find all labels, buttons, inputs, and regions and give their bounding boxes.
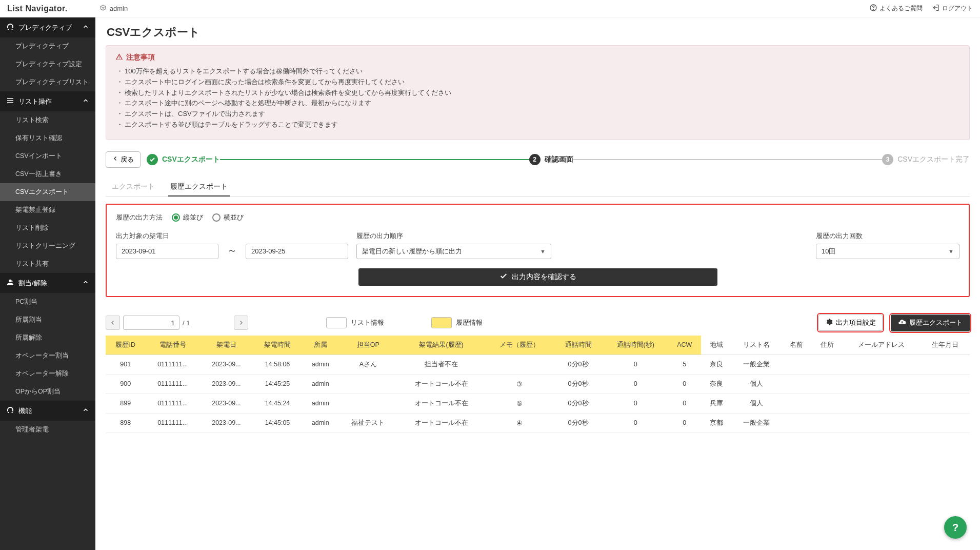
sidebar: プレディクティブプレディクティブプレディクティブ設定プレディクティブリストリスト… [0,17,95,550]
sidebar-item[interactable]: プレディクティブ [0,37,95,55]
method-label: 履歴の出力方法 [116,213,163,222]
alert-item: エクスポートする並び順はテーブルをドラッグすることで変更できます [115,120,960,130]
table-cell: 900 [106,374,145,394]
sidebar-section-header[interactable]: 機能 [0,401,95,421]
sidebar-item[interactable]: リスト削除 [0,219,95,237]
table-cell: 0111111... [145,374,200,394]
topbar: List Navigator. admin よくあるご質問 ログアウト [0,0,980,17]
radio-vertical[interactable]: 縦並び [172,213,203,222]
table-header[interactable]: 地域 [701,336,732,355]
table-row[interactable]: 8990111111...2023-09...14:45:24adminオートコ… [106,394,970,413]
table-header[interactable]: 住所 [812,336,843,355]
table-cell: 奈良 [701,374,732,394]
alert-item: エクスポートは、CSVファイルで出力されます [115,109,960,120]
table-header[interactable]: 架電時間 [253,336,303,355]
count-select[interactable]: 10回 ▼ [816,244,959,259]
table-cell [781,413,812,433]
warning-icon [115,53,123,62]
alert-item: 検索したリストよりエクスポートされたリストが少ない場合は検索条件を変更してから再… [115,88,960,99]
table-header[interactable]: 通話時間 [553,336,603,355]
help-fab[interactable]: ? [944,516,967,539]
sidebar-item[interactable]: プレディクティブリスト [0,73,95,91]
table-header[interactable]: メールアドレス [842,336,920,355]
table-cell: オートコール不在 [397,413,485,433]
chevron-down-icon: ▼ [948,248,954,254]
output-settings-button[interactable]: 出力項目設定 [818,315,883,331]
sidebar-item[interactable]: CSVエクスポート [0,183,95,201]
sidebar-item[interactable]: CSV一括上書き [0,165,95,183]
sidebar-section-header[interactable]: 割当/解除 [0,273,95,293]
chevron-up-icon [82,97,89,106]
table-cell: ⑤ [485,394,554,413]
tab-history-export[interactable]: 履歴エクスポート [168,178,230,197]
logout-link[interactable]: ログアウト [932,4,973,13]
sidebar-item[interactable]: PC割当 [0,293,95,311]
sidebar-item[interactable]: 架電禁止登録 [0,201,95,219]
sidebar-item[interactable]: プレディクティブ設定 [0,55,95,73]
sidebar-item[interactable]: CSVインポート [0,147,95,165]
table-cell: 兵庫 [701,394,732,413]
count-value: 10回 [822,247,835,256]
sidebar-section-header[interactable]: プレディクティブ [0,17,95,37]
alert-item: エクスポート中にログイン画面に戻った場合は検索条件を変更してから再度実行してくだ… [115,77,960,88]
sidebar-item[interactable]: オペレーター割当 [0,347,95,365]
sidebar-item[interactable]: 所属解除 [0,329,95,347]
tab-export[interactable]: エクスポート [110,178,157,196]
chevron-left-icon [112,155,118,163]
chevron-down-icon: ▼ [540,248,546,254]
table-cell: 0 [603,413,668,433]
section-title: 機能 [18,406,32,416]
logout-icon [932,4,940,13]
sidebar-item[interactable]: リスト検索 [0,111,95,129]
sidebar-item[interactable]: 管理者架電 [0,421,95,439]
table-header[interactable]: 名前 [781,336,812,355]
page-prev-button[interactable] [106,316,120,330]
table-header[interactable]: 所属 [302,336,338,355]
sidebar-item[interactable]: オペレーター解除 [0,365,95,383]
sidebar-section-header[interactable]: リスト操作 [0,91,95,111]
chevron-up-icon [82,279,89,287]
table-header[interactable]: 担当OP [338,336,397,355]
alert-list: 100万件を超えるリストをエクスポートする場合は稼働時間外で行ってくださいエクス… [115,66,960,130]
sidebar-item[interactable]: OPからOP割当 [0,383,95,401]
table-cell [338,394,397,413]
table-cell: 2023-09... [200,394,253,413]
table-header[interactable]: 通話時間(秒) [603,336,668,355]
date-from-input[interactable]: 2023-09-01 [116,244,218,259]
table-header[interactable]: メモ（履歴） [485,336,554,355]
table-cell [781,374,812,394]
table-header[interactable]: 電話番号 [145,336,200,355]
table-row[interactable]: 9010111111...2023-09...14:58:06adminAさん担… [106,355,970,374]
radio-icon [212,213,221,222]
confirm-button[interactable]: 出力内容を確認する [358,268,717,286]
table-cell [920,394,970,413]
date-to-input[interactable]: 2023-09-25 [246,244,348,259]
table-cell [781,394,812,413]
date-separator: 〜 [227,247,237,259]
table-cell: 5 [668,355,701,374]
back-button[interactable]: 戻る [106,151,141,168]
sidebar-item[interactable]: リスト共有 [0,255,95,273]
sidebar-item[interactable]: リストクリーニング [0,237,95,255]
faq-link[interactable]: よくあるご質問 [869,4,923,13]
sidebar-item[interactable]: 保有リスト確認 [0,129,95,147]
table-row[interactable]: 8980111111...2023-09...14:45:05admin福祉テス… [106,413,970,433]
history-export-button[interactable]: 履歴エクスポート [891,315,970,331]
swatch-white [326,317,347,328]
sidebar-item[interactable]: 所属割当 [0,311,95,329]
table-header[interactable]: 架電日 [200,336,253,355]
table-header[interactable]: 生年月日 [920,336,970,355]
order-label: 履歴の出力順序 [356,231,808,241]
table-row[interactable]: 9000111111...2023-09...14:45:25adminオートコ… [106,374,970,394]
page-input[interactable] [123,316,179,330]
radio-horizontal[interactable]: 横並び [212,213,244,222]
table-header[interactable]: 架電結果(履歴) [397,336,485,355]
logo: List Navigator. [7,4,68,13]
order-select[interactable]: 架電日の新しい履歴から順に出力 ▼ [356,244,551,259]
main-content: CSVエクスポート 注意事項 100万件を超えるリストをエクスポートする場合は稼… [95,17,980,550]
back-label: 戻る [121,155,134,164]
table-header[interactable]: リスト名 [731,336,781,355]
table-header[interactable]: ACW [668,336,701,355]
table-header[interactable]: 履歴ID [106,336,145,355]
page-next-button[interactable] [234,316,248,330]
